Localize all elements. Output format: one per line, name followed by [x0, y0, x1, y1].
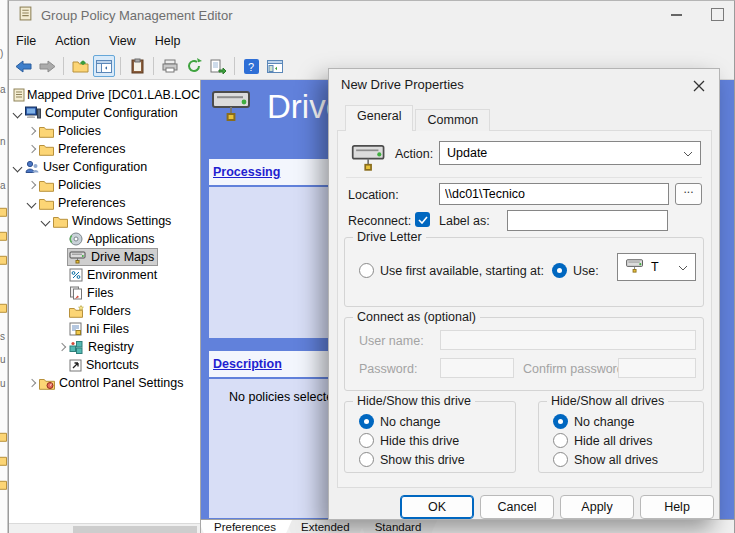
svg-text:?: ?	[248, 61, 254, 73]
chevron-collapsed-icon[interactable]	[25, 179, 38, 192]
label-as-label: Label as:	[439, 214, 490, 228]
description-text: No policies selected	[229, 390, 340, 404]
properties-window-icon[interactable]	[264, 55, 286, 77]
radio-checked-icon[interactable]	[552, 263, 567, 278]
use-first-available-radio[interactable]: Use first available, starting at:	[359, 263, 544, 278]
show-this-drive-radio[interactable]: Show this drive	[359, 452, 465, 467]
tree-item-folders[interactable]: Folders	[9, 302, 200, 320]
reconnect-checkbox[interactable]	[415, 212, 430, 227]
bg-text-fragment: u	[0, 354, 6, 365]
show-all-drives-radio[interactable]: Show all drives	[553, 452, 658, 467]
tree-item-computer-preferences[interactable]: Preferences	[9, 140, 200, 158]
menu-help[interactable]: Help	[155, 34, 181, 48]
chevron-expanded-icon[interactable]	[39, 215, 52, 228]
this-no-change-radio[interactable]: No change	[359, 414, 440, 429]
tree-item-files[interactable]: Files	[9, 284, 200, 302]
chevron-collapsed-icon[interactable]	[25, 143, 38, 156]
tab-common[interactable]: Common	[415, 109, 490, 131]
radio-checked-icon[interactable]	[553, 414, 568, 429]
scrollbar-thumb[interactable]	[73, 526, 197, 533]
tree-item-ini-files[interactable]: Ini Files	[9, 320, 200, 338]
all-no-change-radio[interactable]: No change	[553, 414, 634, 429]
chevron-expanded-icon[interactable]	[11, 161, 24, 174]
user-name-label: User name:	[359, 334, 424, 348]
window-title: Group Policy Management Editor	[41, 8, 232, 23]
toolbar-separator	[153, 57, 154, 75]
print-icon[interactable]	[159, 55, 181, 77]
tab-general[interactable]: General	[345, 105, 413, 131]
tab-extended[interactable]: Extended	[285, 520, 366, 533]
radio-unchecked-icon[interactable]	[553, 452, 568, 467]
drive-letter-dropdown[interactable]: T	[617, 253, 696, 281]
tree-item-user-policies[interactable]: Policies	[9, 176, 200, 194]
description-link[interactable]: Description	[213, 357, 282, 371]
expander-spacer	[55, 359, 68, 372]
menu-view[interactable]: View	[109, 34, 136, 48]
menu-file[interactable]: File	[16, 34, 36, 48]
processing-link[interactable]: Processing	[213, 165, 280, 179]
back-icon[interactable]	[12, 55, 34, 77]
chevron-expanded-icon[interactable]	[11, 107, 24, 120]
titlebar: Group Policy Management Editor	[9, 1, 734, 29]
maximize-button[interactable]	[711, 8, 724, 21]
minimize-button[interactable]	[671, 14, 682, 16]
folder-icon	[0, 428, 7, 446]
radio-unchecked-icon[interactable]	[359, 263, 374, 278]
apply-button[interactable]: Apply	[560, 495, 634, 519]
help-icon[interactable]: ?	[240, 55, 262, 77]
close-icon[interactable]	[689, 76, 709, 96]
chevron-collapsed-icon[interactable]	[25, 125, 38, 138]
tree-item-control-panel-settings[interactable]: Control Panel Settings	[9, 374, 200, 392]
chevron-expanded-icon[interactable]	[25, 197, 38, 210]
cancel-button[interactable]: Cancel	[480, 495, 554, 519]
hide-show-this-drive-title: Hide/Show this drive	[353, 394, 475, 408]
tree-item-environment[interactable]: Environment	[9, 266, 200, 284]
refresh-icon[interactable]	[183, 55, 205, 77]
use-radio[interactable]: Use:	[552, 263, 599, 278]
show-console-tree-icon[interactable]	[93, 55, 115, 77]
tree-item-user-preferences[interactable]: Preferences	[9, 194, 200, 212]
menu-action[interactable]: Action	[55, 34, 90, 48]
tree-item-computer-policies[interactable]: Policies	[9, 122, 200, 140]
expander-spacer	[55, 269, 68, 282]
hide-all-drives-radio[interactable]: Hide all drives	[553, 433, 653, 448]
label-as-input[interactable]	[507, 210, 668, 231]
dialog-title: New Drive Properties	[341, 77, 464, 92]
console-tree-panel: Mapped Drive [DC01.LAB.LOCA Computer Con…	[9, 80, 201, 533]
drive-letter-group-title: Drive Letter	[353, 230, 426, 244]
reconnect-label: Reconnect:	[348, 214, 411, 228]
browse-button[interactable]: ...	[675, 183, 702, 205]
paste-icon[interactable]	[126, 55, 148, 77]
tree-item-drive-maps[interactable]: Drive Maps	[9, 248, 200, 266]
tree-item-registry[interactable]: Registry	[9, 338, 200, 356]
hide-this-drive-radio[interactable]: Hide this drive	[359, 433, 459, 448]
tree-item-applications[interactable]: Applications	[9, 230, 200, 248]
help-button[interactable]: Help	[640, 495, 714, 519]
radio-unchecked-icon[interactable]	[359, 433, 374, 448]
radio-unchecked-icon[interactable]	[553, 433, 568, 448]
chevron-collapsed-icon[interactable]	[55, 341, 68, 354]
drive-icon	[69, 250, 87, 264]
files-icon	[69, 286, 83, 300]
tab-preferences[interactable]: Preferences	[201, 520, 292, 533]
location-input[interactable]	[439, 183, 669, 205]
action-dropdown[interactable]: Update	[439, 141, 701, 165]
drive-icon	[625, 258, 645, 276]
location-label: Location:	[348, 188, 399, 202]
forward-icon[interactable]	[36, 55, 58, 77]
toolbar-separator	[120, 57, 121, 75]
tree-horizontal-scrollbar[interactable]	[9, 523, 200, 533]
up-one-level-icon[interactable]	[69, 55, 91, 77]
tree-item-windows-settings[interactable]: Windows Settings	[9, 212, 200, 230]
tab-standard[interactable]: Standard	[359, 520, 438, 533]
tree-item-mapped-drive-root[interactable]: Mapped Drive [DC01.LAB.LOCA	[9, 86, 200, 104]
export-list-icon[interactable]	[207, 55, 229, 77]
radio-unchecked-icon[interactable]	[359, 452, 374, 467]
tree-item-shortcuts[interactable]: Shortcuts	[9, 356, 200, 374]
tree-item-user-configuration[interactable]: User Configuration	[9, 158, 200, 176]
radio-checked-icon[interactable]	[359, 414, 374, 429]
tree-item-computer-configuration[interactable]: Computer Configuration	[9, 104, 200, 122]
ok-button[interactable]: OK	[400, 495, 474, 519]
expander-spacer	[55, 305, 68, 318]
chevron-collapsed-icon[interactable]	[25, 377, 38, 390]
